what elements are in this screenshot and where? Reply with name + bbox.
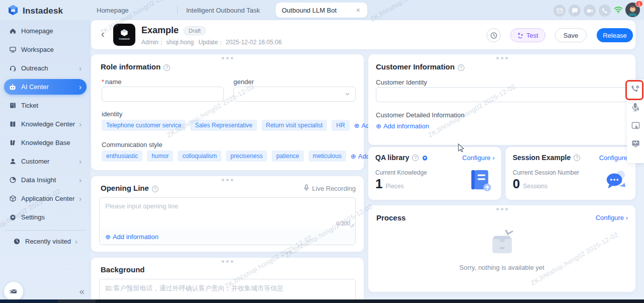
sidebar-item-label: Data Insight bbox=[21, 176, 56, 184]
name-input[interactable] bbox=[102, 87, 224, 102]
tag[interactable]: HR bbox=[332, 120, 349, 131]
tag[interactable]: preciseness bbox=[226, 150, 267, 162]
sidebar-item-knowledge-center[interactable]: Knowledge Center› bbox=[4, 116, 87, 132]
opening-line-textarea[interactable]: Please input opening line 0/200 ⊕Add inf… bbox=[99, 197, 356, 245]
tab-homepage[interactable]: Homepage bbox=[97, 0, 129, 20]
sidebar-item-label: AI Center bbox=[21, 83, 49, 91]
tab-intelligent-outbound-task[interactable]: Intelligent Outbound Task bbox=[186, 0, 260, 20]
tag[interactable]: patience bbox=[272, 150, 303, 162]
collapse-sidebar-icon[interactable]: « bbox=[79, 286, 85, 297]
history-clock-button[interactable] bbox=[487, 28, 501, 42]
home-icon bbox=[9, 27, 17, 35]
update-label: Update： bbox=[198, 39, 224, 46]
sidebar-item-ai-center[interactable]: AI Center› bbox=[4, 79, 87, 95]
test-button[interactable]: Test bbox=[510, 28, 545, 42]
tag[interactable]: Telephone customer service bbox=[102, 120, 186, 131]
sidebar-item-recently-visited[interactable]: Recently visited › bbox=[8, 234, 83, 249]
help-icon[interactable]: ? bbox=[574, 155, 580, 161]
save-button[interactable]: Save bbox=[555, 28, 587, 42]
sidebar-item-application-center[interactable]: Application Center› bbox=[4, 191, 87, 206]
customer-detail-label: Customer Detailed Information bbox=[376, 111, 464, 119]
sidebar-item-customer[interactable]: Customer› bbox=[4, 154, 87, 169]
background-card: Background 如:客户预留电话，通过外呼确认客户意向，并收集城市等信息 bbox=[91, 258, 364, 303]
tag[interactable]: meticulous bbox=[308, 150, 346, 162]
add-information-button[interactable]: ⊕Add information bbox=[105, 233, 158, 241]
tag[interactable]: enthusiastic bbox=[102, 150, 142, 162]
role-information-card: Role information? *name gender identity … bbox=[91, 54, 364, 170]
help-icon[interactable]: ? bbox=[412, 155, 419, 161]
drag-handle[interactable] bbox=[496, 208, 508, 210]
resize-handle[interactable] bbox=[350, 223, 354, 228]
chevron-right-icon: › bbox=[79, 120, 82, 128]
help-icon[interactable]: ? bbox=[152, 186, 158, 192]
gender-label: gender bbox=[233, 78, 254, 86]
workspace-icon bbox=[9, 46, 17, 54]
metric-label: Current Session Number bbox=[513, 169, 579, 176]
section-title: Process bbox=[376, 213, 406, 222]
monitor-activity-icon[interactable] bbox=[630, 138, 640, 148]
sidebar-item-knowledge-base[interactable]: Knowledge Base bbox=[4, 135, 87, 150]
metric-unit: Pieces bbox=[385, 183, 404, 190]
add-information-button[interactable]: ⊕Add information bbox=[376, 122, 429, 130]
gender-select[interactable] bbox=[233, 87, 356, 102]
sidebar-item-label: Outreach bbox=[21, 64, 48, 72]
sidebar-item-settings[interactable]: Settings bbox=[4, 209, 87, 225]
bot-meta: Admin： shiqi.hong Update： 2025-12-02 16:… bbox=[141, 38, 282, 47]
live-recording-button[interactable]: Live Recording bbox=[303, 184, 356, 193]
chevron-right-icon: › bbox=[79, 195, 82, 203]
sidebar: HomepageWorkspaceOutreach›AI Center›Tick… bbox=[0, 20, 91, 303]
help-icon[interactable]: ? bbox=[458, 64, 464, 71]
phone-icon[interactable] bbox=[599, 5, 611, 17]
sidebar-item-workspace[interactable]: Workspace bbox=[4, 42, 87, 57]
avatar[interactable]: 1 bbox=[625, 3, 640, 17]
voice-settings-icon[interactable] bbox=[630, 102, 640, 112]
metric-value: 0 bbox=[513, 176, 520, 192]
back-icon[interactable]: ‹ bbox=[101, 28, 105, 40]
outreach-icon bbox=[9, 64, 17, 72]
tag[interactable]: humor bbox=[147, 150, 173, 162]
wifi-icon bbox=[613, 5, 623, 17]
help-icon[interactable]: ? bbox=[164, 64, 170, 71]
sidebar-items: HomepageWorkspaceOutreach›AI Center›Tick… bbox=[0, 20, 91, 225]
drag-handle[interactable] bbox=[222, 260, 233, 263]
qa-configure-link[interactable]: Configure › bbox=[462, 154, 495, 162]
sidebar-item-label: Homepage bbox=[21, 27, 53, 35]
mail-icon[interactable] bbox=[553, 5, 566, 17]
video-icon[interactable] bbox=[584, 5, 596, 17]
process-configure-link[interactable]: Configure › bbox=[596, 214, 628, 221]
sidebar-divider bbox=[5, 230, 86, 231]
sidebar-item-data-insight[interactable]: Data Insight› bbox=[4, 172, 87, 188]
customer-identity-input[interactable] bbox=[376, 87, 628, 102]
sidebar-item-label: Customer bbox=[21, 158, 49, 165]
sidebar-item-homepage[interactable]: Homepage bbox=[4, 23, 87, 39]
add-style-button[interactable]: ⊕Add bbox=[351, 153, 370, 160]
identity-label: identity bbox=[102, 110, 122, 118]
screen-share-icon[interactable] bbox=[630, 120, 640, 130]
release-button[interactable]: Release bbox=[597, 28, 633, 42]
close-tab-icon[interactable]: × bbox=[355, 6, 361, 14]
tab-outbound-llm-bot[interactable]: Outbound LLM Bot × bbox=[276, 3, 367, 18]
tag[interactable]: Sales Representative bbox=[190, 120, 257, 131]
char-counter: 0/200 bbox=[336, 220, 350, 226]
drag-handle[interactable] bbox=[222, 179, 233, 181]
quick-send-button[interactable] bbox=[4, 282, 23, 301]
sidebar-item-ticket[interactable]: Ticket bbox=[4, 98, 87, 113]
section-title: Role information bbox=[101, 62, 160, 71]
section-title: Opening Line bbox=[101, 184, 149, 192]
ai-center-icon bbox=[9, 83, 17, 91]
drag-handle[interactable] bbox=[496, 57, 508, 59]
data-insight-icon bbox=[9, 176, 17, 184]
qa-library-card: QA library? Configure › Current Knowledg… bbox=[368, 147, 501, 200]
empty-box-icon bbox=[487, 228, 518, 260]
drag-handle[interactable] bbox=[222, 57, 233, 59]
tag[interactable]: colloquialism bbox=[178, 150, 221, 162]
gear-icon[interactable] bbox=[422, 155, 428, 161]
knowledge-center-icon bbox=[9, 120, 17, 128]
metric-unit: Sessions bbox=[523, 183, 547, 190]
sidebar-item-outreach[interactable]: Outreach› bbox=[4, 60, 87, 76]
tag[interactable]: Return visit specialist bbox=[262, 120, 328, 131]
phone-settings-icon[interactable] bbox=[630, 84, 640, 94]
app-logo-text: Instadesk bbox=[23, 6, 63, 16]
session-example-card: Session Example? Configure › Current Ses… bbox=[506, 147, 635, 200]
chat-icon[interactable] bbox=[569, 5, 581, 17]
